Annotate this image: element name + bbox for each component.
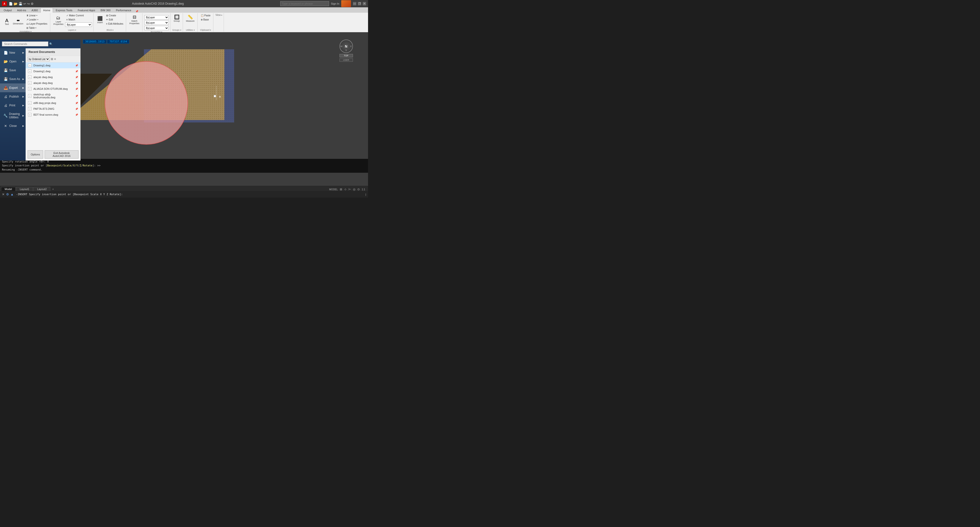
- layer-properties-button[interactable]: 🗂 Layer Properties: [25, 22, 49, 25]
- linetype-select[interactable]: ByLayer: [145, 21, 169, 25]
- tab-output[interactable]: Output: [1, 8, 14, 13]
- base-button[interactable]: ⊕ Base: [199, 18, 212, 21]
- doc-pin-5[interactable]: 📌: [75, 95, 78, 97]
- view-list-btn[interactable]: ≡: [54, 57, 56, 61]
- ribbon-pin-icon[interactable]: 📌: [135, 10, 138, 13]
- create-block-button[interactable]: ⊞ Create: [105, 14, 125, 18]
- layout1-tab[interactable]: Layout1: [16, 187, 33, 191]
- tab-performance[interactable]: Performance: [113, 8, 134, 13]
- menu-item-print[interactable]: 🖨 Print ▶: [0, 101, 25, 110]
- edit-icon: ✏: [106, 18, 108, 21]
- menu-item-drawing-utilities[interactable]: 🔧 Drawing Utilities ▶: [0, 110, 25, 121]
- workspace-icon[interactable]: ⚙: [31, 2, 33, 6]
- view-icons-btn[interactable]: ⊞: [51, 57, 53, 61]
- menu-item-saveas[interactable]: 💾 Save As ▶: [0, 75, 25, 83]
- undo-icon[interactable]: ↩: [24, 2, 26, 6]
- doc-item-5[interactable]: d sketchup altığı bodrumseyda.dwg 📌: [25, 92, 81, 100]
- menu-item-close[interactable]: ✕ Close ▶: [0, 121, 25, 130]
- save-icon[interactable]: 💾: [19, 2, 22, 6]
- doc-item-2[interactable]: d alaçatı dwg.dwg 📌: [25, 74, 81, 80]
- command-line-input[interactable]: [16, 193, 363, 196]
- match-properties-button[interactable]: ⊟ MatchProperties: [128, 14, 140, 25]
- menu-search-input[interactable]: [2, 41, 48, 46]
- doc-name-3: alaçatı dwg.dwg: [33, 81, 52, 84]
- linear-button[interactable]: ⬍ Linear ▾: [25, 14, 49, 18]
- signin-btn[interactable]: Sign In: [331, 2, 339, 5]
- tab-expresstools[interactable]: Express Tools: [53, 8, 75, 13]
- model-tab[interactable]: Model: [1, 187, 16, 191]
- compass-ring[interactable]: N W E S: [339, 40, 353, 53]
- open-arrow: ▶: [22, 60, 24, 63]
- menu-item-new[interactable]: 📄 New ▶: [0, 48, 25, 57]
- make-current-button[interactable]: ✓ Make Current: [65, 14, 92, 18]
- doc-item-6[interactable]: d elifli dwg proje.dwg 📌: [25, 100, 81, 106]
- tab-bim360[interactable]: BIM 360: [98, 8, 113, 13]
- doc-item-0[interactable]: d Drawing1.dwg 📌: [25, 62, 81, 68]
- doc-pin-2[interactable]: 📌: [75, 76, 78, 78]
- add-tab-btn[interactable]: +: [51, 187, 55, 191]
- tab-addins[interactable]: Add-ins: [14, 8, 29, 13]
- svg-rect-11: [105, 62, 188, 145]
- ordered-list-select[interactable]: by Ordered List: [27, 57, 50, 61]
- menu-item-export[interactable]: 📤 Export ▶: [0, 83, 25, 92]
- doc-pin-6[interactable]: 📌: [75, 102, 78, 104]
- restore-btn[interactable]: ❐: [358, 2, 361, 5]
- insert-button[interactable]: ⬛ Insert: [95, 15, 104, 24]
- match-prop-icon: ⊟: [133, 14, 136, 20]
- grid-toggle[interactable]: ⊞: [340, 188, 342, 191]
- leader-button[interactable]: ↗ Leader ▾: [25, 18, 49, 21]
- redo-icon[interactable]: ↪: [27, 2, 30, 6]
- tab-featured[interactable]: Featured Apps: [75, 8, 98, 13]
- doc-pin-4[interactable]: 📌: [75, 88, 78, 90]
- compass-user-btn[interactable]: USER: [339, 58, 353, 62]
- compass-top-btn[interactable]: TOP: [339, 54, 353, 57]
- lineweight-select[interactable]: ByLayer: [145, 26, 169, 30]
- ortho-toggle[interactable]: ⊢: [348, 188, 351, 191]
- menu-item-save[interactable]: 💾 Save: [0, 66, 25, 75]
- table-button[interactable]: ⊞ Table ▾: [25, 26, 49, 30]
- color-select[interactable]: ByLayer: [145, 15, 169, 19]
- doc-pin-8[interactable]: 📌: [75, 113, 78, 116]
- cmd-expand-icon[interactable]: ▲: [11, 193, 14, 196]
- doc-item-7[interactable]: d PAFTA-873.DWG 📌: [25, 106, 81, 112]
- minimize-btn[interactable]: —: [353, 2, 356, 5]
- layer-dropdown[interactable]: ByLayer: [65, 22, 92, 27]
- create-icon: ⊞: [106, 14, 108, 17]
- group-button[interactable]: 🔲 Group: [172, 14, 181, 23]
- zoom-level[interactable]: 1:1: [362, 188, 365, 191]
- dimension-button[interactable]: ⬌ Dimension: [12, 18, 25, 25]
- osnap-toggle[interactable]: ⊙: [357, 188, 360, 191]
- snap-toggle[interactable]: ⊹: [344, 188, 347, 191]
- options-button[interactable]: Options: [27, 150, 43, 159]
- measure-button[interactable]: 📏 Measure: [185, 14, 196, 23]
- search-input[interactable]: [280, 1, 329, 6]
- edit-block-button[interactable]: ✏ Edit: [105, 18, 125, 21]
- layer-properties-big-button[interactable]: 🗂 LayerProperties: [52, 14, 65, 26]
- menu-item-publish[interactable]: 🖨 Publish ▶: [0, 92, 25, 101]
- new-icon[interactable]: 📄: [9, 2, 13, 6]
- match-layer-button[interactable]: ≡ Match: [65, 18, 92, 21]
- layout2-tab[interactable]: Layout2: [33, 187, 50, 191]
- menu-item-open[interactable]: 📂 Open ▶: [0, 57, 25, 66]
- leader-arrow: ▾: [37, 19, 38, 21]
- edit-attributes-button[interactable]: ≡ Edit Attributes: [105, 22, 125, 25]
- close-btn[interactable]: ✕: [363, 2, 366, 5]
- cmd-close-btn[interactable]: ✕: [2, 193, 5, 196]
- exit-button[interactable]: Exit Autodesk AutoCAD 2016: [45, 150, 78, 159]
- paste-button[interactable]: 📋 Paste: [199, 14, 212, 18]
- doc-pin-1[interactable]: 📌: [75, 70, 78, 73]
- cmd-settings-btn[interactable]: ⚙: [6, 193, 9, 196]
- doc-pin-0[interactable]: 📌: [75, 64, 78, 67]
- doc-pin-3[interactable]: 📌: [75, 82, 78, 84]
- polar-toggle[interactable]: ◎: [353, 188, 355, 191]
- doc-item-8[interactable]: d BDT final sonnn.dwg 📌: [25, 112, 81, 118]
- open-icon[interactable]: 📂: [14, 2, 18, 6]
- tab-home[interactable]: Home: [40, 8, 53, 13]
- doc-pin-7[interactable]: 📌: [75, 108, 78, 110]
- menu-search-icon[interactable]: 🔍: [49, 43, 52, 46]
- doc-item-4[interactable]: d ALIAGA SON OTURUM.dwg 📌: [25, 86, 81, 92]
- doc-item-3[interactable]: d alaçatı dwg.dwg 📌: [25, 80, 81, 86]
- doc-item-1[interactable]: d Drawing1.dwg 📌: [25, 68, 81, 74]
- text-button[interactable]: A Text: [2, 18, 11, 26]
- tab-a360[interactable]: A360: [29, 8, 40, 13]
